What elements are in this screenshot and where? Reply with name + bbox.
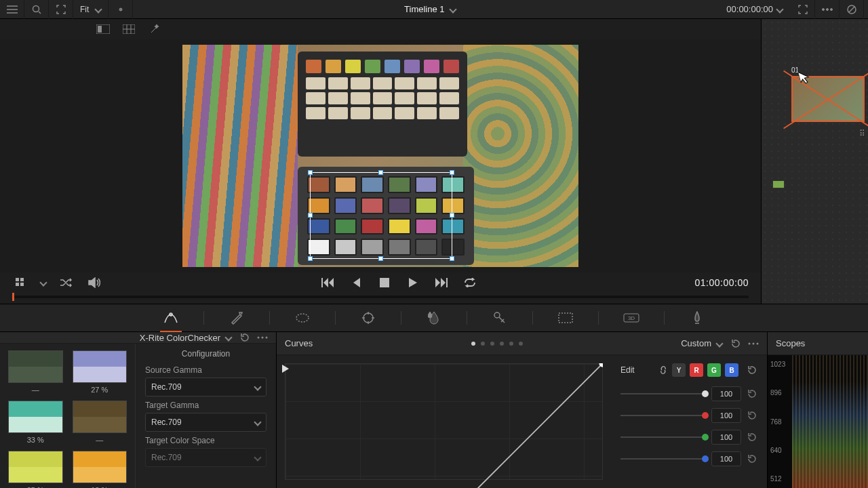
chevron-down-icon[interactable] <box>39 279 47 286</box>
node-output[interactable] <box>772 180 785 188</box>
scope-tick: 768 <box>770 418 785 426</box>
chevron-down-icon[interactable] <box>715 340 723 347</box>
svg-point-18 <box>363 313 373 323</box>
scrub-bar[interactable] <box>0 293 761 304</box>
g-slider[interactable]: 100 <box>620 430 757 445</box>
viewer-grid-icon[interactable] <box>121 22 137 36</box>
stop-button[interactable] <box>376 274 393 291</box>
svg-point-4 <box>830 8 832 10</box>
sizing-icon[interactable] <box>555 307 576 329</box>
y-slider[interactable]: 100 <box>620 386 757 401</box>
edit-label: Edit <box>620 365 635 375</box>
scope-tick: 640 <box>770 447 785 454</box>
svg-point-28 <box>757 342 759 344</box>
channel-b-button[interactable]: B <box>725 363 738 377</box>
curves-page-dots[interactable] <box>471 342 523 346</box>
color-match-title[interactable]: X-Rite ColorChecker <box>140 333 220 343</box>
scope-tick: 512 <box>770 475 785 483</box>
reset-icon[interactable] <box>730 338 741 349</box>
transport-bar: 01:00:00:00 <box>0 272 761 293</box>
curves-title: Curves <box>285 338 313 348</box>
svg-rect-15 <box>446 278 448 287</box>
bypass-icon[interactable] <box>840 0 864 19</box>
menu-button[interactable] <box>0 0 24 19</box>
swatch[interactable]: 13 % <box>73 451 127 488</box>
stereo-3d-icon[interactable]: 3D <box>620 307 642 329</box>
color-match-panel: X-Rite ColorChecker —27 %33 %—25 %13 % C… <box>0 332 277 488</box>
curve-graph[interactable] <box>277 355 611 488</box>
svg-point-24 <box>262 337 264 339</box>
reset-icon[interactable] <box>747 365 757 375</box>
config-heading: Configuration <box>145 349 267 359</box>
more-icon[interactable] <box>257 336 268 339</box>
black-point-icon[interactable] <box>282 365 289 373</box>
playhead-timecode[interactable]: 01:00:00:00 <box>695 277 749 288</box>
target-gamma-label: Target Gamma <box>145 401 267 410</box>
b-slider[interactable]: 100 <box>620 451 757 466</box>
mute-icon[interactable] <box>85 274 103 291</box>
channel-y-button[interactable]: Y <box>672 363 686 377</box>
zoom-selector[interactable]: Fit <box>73 0 108 19</box>
playhead[interactable] <box>12 293 14 301</box>
chevron-down-icon[interactable] <box>224 333 232 341</box>
qualifier-icon[interactable] <box>226 307 248 329</box>
color-match-selection[interactable] <box>310 172 452 259</box>
swatch[interactable]: — <box>73 401 127 444</box>
next-frame-button[interactable] <box>433 274 450 291</box>
swatch[interactable]: — <box>8 350 63 394</box>
search-icon[interactable] <box>24 0 49 19</box>
window-icon[interactable] <box>292 307 313 329</box>
panel-handle-icon[interactable]: ⠿ <box>859 129 865 138</box>
svg-point-1 <box>119 8 122 11</box>
color-match-icon[interactable] <box>160 307 182 329</box>
link-icon[interactable] <box>658 365 668 375</box>
chevron-down-icon <box>95 5 102 13</box>
tracker-icon[interactable] <box>357 307 379 329</box>
safe-area-icon[interactable] <box>108 0 133 19</box>
svg-point-2 <box>822 8 824 10</box>
viewer[interactable] <box>0 39 761 272</box>
viewer-column: 01:00:00:00 <box>0 19 761 304</box>
chevron-down-icon[interactable] <box>776 5 783 13</box>
r-slider[interactable]: 100 <box>620 408 757 423</box>
play-button[interactable] <box>404 274 422 291</box>
blur-icon[interactable] <box>423 307 445 329</box>
channel-g-button[interactable]: G <box>707 363 721 377</box>
expand-icon[interactable] <box>791 0 815 19</box>
first-frame-button[interactable] <box>319 274 336 291</box>
curves-mode[interactable]: Custom <box>681 338 711 348</box>
palette-toolbar: 3D <box>0 304 868 332</box>
swatch[interactable]: 33 % <box>8 401 63 444</box>
record-timecode[interactable]: 00:00:00:00 <box>726 4 777 14</box>
curves-panel: Curves Custom Edit Y R <box>277 332 768 488</box>
loop-button[interactable] <box>461 274 479 291</box>
channel-r-button[interactable]: R <box>690 363 703 377</box>
key-icon[interactable] <box>489 307 511 329</box>
reset-icon[interactable] <box>239 332 250 343</box>
fullscreen-icon[interactable] <box>49 0 73 19</box>
openfx-icon[interactable] <box>686 307 708 329</box>
svg-point-3 <box>826 8 828 10</box>
target-colorspace-select[interactable]: Rec.709 <box>145 448 267 467</box>
prev-frame-button[interactable] <box>347 274 365 291</box>
view-options-icon[interactable] <box>12 274 30 291</box>
more-icon[interactable] <box>815 0 840 19</box>
waveform-scope[interactable]: 1023896768640512 <box>768 355 868 488</box>
timeline-title[interactable]: Timeline 1 <box>404 4 444 14</box>
viewer-mode-a-icon[interactable] <box>95 22 111 36</box>
magic-wand-icon[interactable] <box>146 22 163 36</box>
swatch-percent: — <box>73 436 127 444</box>
swatch[interactable]: 27 % <box>73 350 127 394</box>
svg-point-27 <box>753 342 755 344</box>
svg-point-25 <box>266 337 268 339</box>
shuffle-icon[interactable] <box>57 274 75 291</box>
more-icon[interactable] <box>748 342 759 345</box>
chevron-down-icon[interactable] <box>449 5 456 13</box>
source-gamma-select[interactable]: Rec.709 <box>145 378 267 396</box>
target-gamma-select[interactable]: Rec.709 <box>145 413 267 432</box>
svg-point-23 <box>258 337 260 339</box>
node-graph[interactable]: 01 ⠿ <box>761 19 868 304</box>
svg-rect-14 <box>380 278 389 287</box>
swatch[interactable]: 25 % <box>8 451 63 488</box>
swatch-percent: 27 % <box>73 386 127 394</box>
